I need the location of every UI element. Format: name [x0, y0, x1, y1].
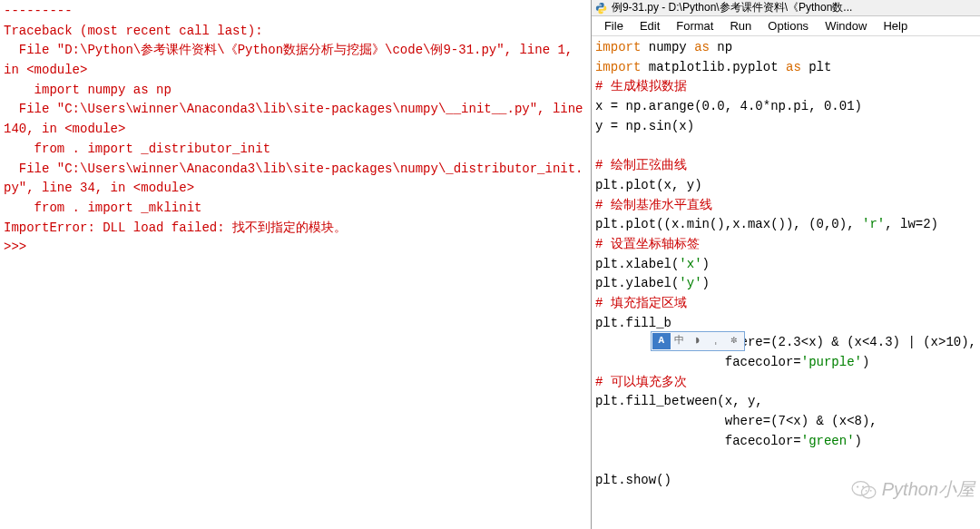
svg-point-0: [852, 481, 869, 495]
menu-edit[interactable]: Edit: [632, 17, 667, 34]
svg-point-3: [862, 485, 864, 487]
window-title-text: 例9-31.py - D:\Python\参考课件资料\《Python数...: [612, 0, 852, 15]
traceback-line: File "C:\Users\winner\Anaconda3\lib\site…: [4, 100, 587, 139]
code-line: plt.plot((x.min(),x.max()), (0,0), 'r', …: [595, 215, 976, 235]
code-comment: # 绘制基准水平直线: [595, 196, 976, 216]
code-line: facecolor='green'): [595, 432, 976, 452]
menu-run[interactable]: Run: [722, 17, 759, 34]
code-line: where=(7<x) & (x<8),: [595, 412, 976, 432]
code-line: import numpy as np: [595, 38, 976, 58]
code-comment: # 填充指定区域: [595, 294, 976, 314]
ime-toolbar[interactable]: A 中 ◗ ˌ ✼: [651, 331, 745, 351]
svg-point-2: [857, 485, 858, 487]
menu-window[interactable]: Window: [818, 17, 874, 34]
svg-point-5: [870, 489, 872, 491]
traceback-line: from . import _distributor_init: [4, 140, 587, 160]
ime-button[interactable]: 中: [671, 333, 689, 349]
ime-button[interactable]: ✼: [725, 333, 743, 349]
code-line-blank: [595, 136, 976, 156]
code-line-blank: [595, 451, 976, 471]
ime-button[interactable]: ˌ: [707, 333, 725, 349]
watermark-text: Python小屋: [882, 475, 975, 504]
prompt-line[interactable]: >>>: [4, 238, 587, 258]
code-line: import matplotlib.pyplot as plt: [595, 58, 976, 78]
traceback-line: from . import _mklinit: [4, 199, 587, 219]
editor-pane: 例9-31.py - D:\Python\参考课件资料\《Python数... …: [592, 0, 980, 529]
menu-help[interactable]: Help: [876, 17, 915, 34]
code-line: plt.fill_between(x, y,: [595, 392, 976, 412]
menu-bar: File Edit Format Run Options Window Help: [592, 16, 980, 36]
traceback-error-line: ImportError: DLL load failed: 找不到指定的模块。: [4, 219, 587, 239]
console-dashes: ---------: [4, 2, 587, 22]
code-comment: # 设置坐标轴标签: [595, 235, 976, 255]
watermark: Python小屋: [851, 475, 975, 504]
menu-file[interactable]: File: [597, 17, 631, 34]
menu-options[interactable]: Options: [760, 17, 816, 34]
code-line: facecolor='purple'): [595, 353, 976, 373]
python-icon: [595, 2, 608, 15]
traceback-line: File "D:\Python\参考课件资料\《Python数据分析与挖掘》\c…: [4, 41, 587, 80]
ime-button[interactable]: ◗: [689, 333, 707, 349]
code-line: plt.ylabel('y'): [595, 274, 976, 294]
code-line: y = np.sin(x): [595, 117, 976, 137]
code-line: plt.plot(x, y): [595, 176, 976, 196]
ime-mode-icon[interactable]: A: [652, 333, 671, 349]
traceback-line: Traceback (most recent call last):: [4, 22, 587, 42]
code-editor[interactable]: import numpy as np import matplotlib.pyp…: [592, 36, 980, 529]
traceback-line: File "C:\Users\winner\Anaconda3\lib\site…: [4, 160, 587, 199]
code-line: plt.xlabel('x'): [595, 255, 976, 275]
code-comment: # 绘制正弦曲线: [595, 156, 976, 176]
window-title-bar: 例9-31.py - D:\Python\参考课件资料\《Python数...: [592, 0, 980, 16]
traceback-line: import numpy as np: [4, 81, 587, 101]
svg-point-4: [865, 489, 867, 491]
wechat-icon: [851, 479, 877, 501]
code-comment: # 生成模拟数据: [595, 77, 976, 97]
console-output-pane[interactable]: --------- Traceback (most recent call la…: [0, 0, 592, 529]
code-line: x = np.arange(0.0, 4.0*np.pi, 0.01): [595, 97, 976, 117]
code-comment: # 可以填充多次: [595, 373, 976, 393]
menu-format[interactable]: Format: [669, 17, 720, 34]
